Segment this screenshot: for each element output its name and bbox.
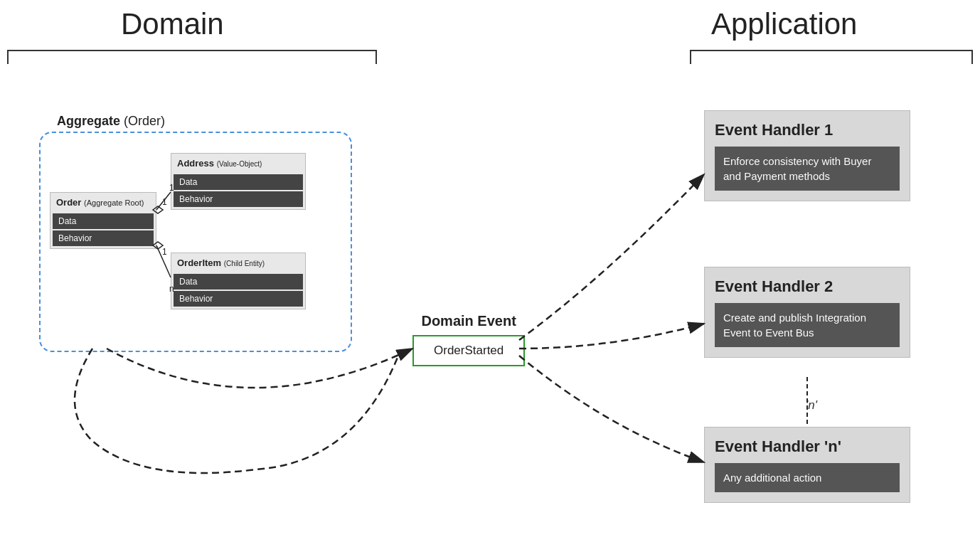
address-name: Address: [177, 158, 214, 169]
domain-event-box: OrderStarted: [412, 335, 525, 366]
handler2-desc: Create and publish Integration Event to …: [715, 303, 900, 347]
aggregate-label: Aggregate (Order): [57, 114, 165, 129]
order-subtitle: (Aggregate Root): [84, 198, 144, 207]
event-to-handler2-arrow: [519, 324, 704, 349]
n-label: 'n': [806, 398, 817, 413]
handler1-desc: Enforce consistency with Buyer and Payme…: [715, 147, 900, 191]
orderitem-data-row: Data: [174, 274, 303, 290]
handler2-title: Event Handler 2: [715, 277, 900, 296]
address-subtitle: (Value-Object): [217, 160, 262, 168]
domain-event-label: Domain Event: [421, 313, 516, 329]
handler3-title: Event Handler 'n': [715, 437, 900, 456]
handler3-desc: Any additional action: [715, 463, 900, 492]
order-data-row: Data: [53, 213, 154, 229]
event-to-handler1-arrow: [519, 174, 704, 340]
domain-event-area: Domain Event OrderStarted: [412, 313, 525, 366]
orderitem-name: OrderItem: [177, 257, 221, 268]
event-handler-2-box: Event Handler 2 Create and publish Integ…: [704, 267, 910, 358]
event-handler-n-box: Event Handler 'n' Any additional action: [704, 427, 910, 503]
order-raise-event-arrow: [75, 349, 398, 473]
address-data-row: Data: [174, 174, 303, 190]
orderitem-title: OrderItem (Child Entity): [171, 253, 305, 272]
order-box: Order (Aggregate Root) Data Behavior: [50, 192, 156, 249]
domain-header: Domain: [121, 7, 224, 41]
event-to-handlern-arrow: [519, 356, 704, 462]
order-name: Order: [56, 197, 81, 208]
order-behavior-row: Behavior: [53, 230, 154, 246]
orderitem-box: OrderItem (Child Entity) Data Behavior: [171, 253, 306, 309]
application-bracket: [690, 50, 973, 64]
aggregate-label-bold: Aggregate: [57, 114, 120, 128]
aggregate-paren: (Order): [124, 114, 165, 128]
aggregate-to-event-arrow: [107, 349, 412, 388]
application-header: Application: [711, 7, 857, 41]
event-handler-1-box: Event Handler 1 Enforce consistency with…: [704, 110, 910, 201]
orderitem-subtitle: (Child Entity): [224, 260, 265, 267]
address-title: Address (Value-Object): [171, 154, 305, 173]
domain-bracket: [7, 50, 377, 64]
address-behavior-row: Behavior: [174, 191, 303, 207]
orderitem-behavior-row: Behavior: [174, 291, 303, 307]
handler1-title: Event Handler 1: [715, 121, 900, 139]
order-title: Order (Aggregate Root): [50, 193, 156, 212]
address-box: Address (Value-Object) Data Behavior: [171, 153, 306, 210]
